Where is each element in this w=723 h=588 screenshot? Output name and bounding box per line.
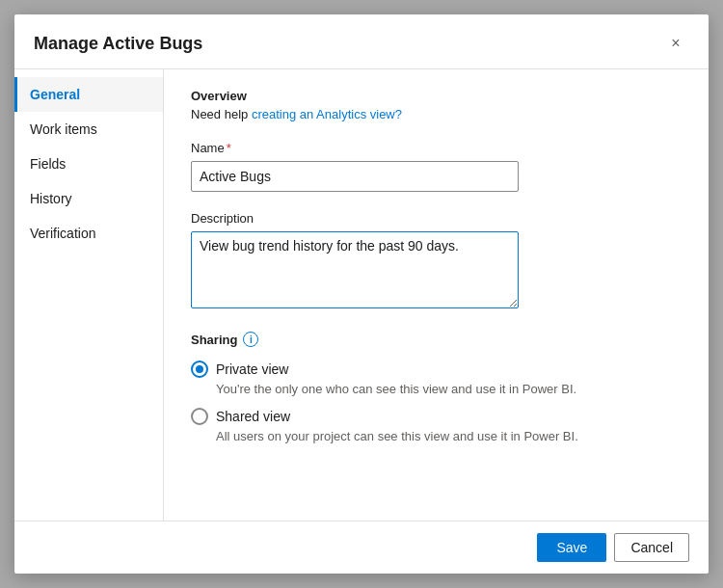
dialog-overlay: Manage Active Bugs × General Work items … bbox=[0, 0, 723, 588]
sidebar-item-fields[interactable]: Fields bbox=[14, 147, 163, 181]
cancel-button[interactable]: Cancel bbox=[614, 533, 689, 562]
sharing-section: Sharing i Private view You're the only o… bbox=[191, 332, 682, 443]
sharing-info-icon[interactable]: i bbox=[243, 332, 258, 347]
name-field-group: Name* bbox=[191, 141, 682, 192]
private-view-label: Private view bbox=[216, 361, 288, 377]
private-radio-row: Private view bbox=[191, 361, 682, 378]
save-button[interactable]: Save bbox=[537, 533, 606, 562]
description-textarea[interactable]: View bug trend history for the past 90 d… bbox=[191, 231, 519, 308]
dialog-title: Manage Active Bugs bbox=[34, 34, 202, 54]
private-radio-button[interactable] bbox=[191, 361, 208, 378]
shared-view-label: Shared view bbox=[216, 409, 290, 424]
overview-heading: Overview bbox=[191, 89, 682, 103]
sharing-header: Sharing i bbox=[191, 332, 682, 347]
name-input[interactable] bbox=[191, 161, 519, 192]
sidebar-item-general[interactable]: General bbox=[14, 77, 163, 112]
description-label: Description bbox=[191, 211, 682, 226]
sidebar-item-verification[interactable]: Verification bbox=[14, 216, 163, 251]
close-button[interactable]: × bbox=[662, 30, 689, 57]
help-link[interactable]: creating an Analytics view? bbox=[252, 107, 402, 121]
help-text: Need help creating an Analytics view? bbox=[191, 107, 682, 121]
sidebar-item-history[interactable]: History bbox=[14, 181, 163, 216]
sidebar-label-history: History bbox=[30, 191, 72, 206]
shared-view-option: Shared view All users on your project ca… bbox=[191, 408, 682, 443]
sidebar-label-fields: Fields bbox=[30, 156, 66, 172]
sidebar-label-general: General bbox=[30, 87, 80, 102]
sidebar: General Work items Fields History Verifi… bbox=[14, 69, 164, 521]
dialog-body: General Work items Fields History Verifi… bbox=[14, 69, 709, 521]
sidebar-label-verification: Verification bbox=[30, 226, 95, 241]
sidebar-item-work-items[interactable]: Work items bbox=[14, 112, 163, 147]
required-indicator: * bbox=[227, 141, 231, 155]
shared-radio-button[interactable] bbox=[191, 408, 208, 425]
sharing-label: Sharing bbox=[191, 333, 237, 347]
dialog-footer: Save Cancel bbox=[14, 521, 709, 574]
dialog-header: Manage Active Bugs × bbox=[14, 14, 709, 69]
sidebar-label-work-items: Work items bbox=[30, 121, 97, 137]
private-view-desc: You're the only one who can see this vie… bbox=[216, 382, 682, 396]
manage-dialog: Manage Active Bugs × General Work items … bbox=[14, 14, 709, 574]
name-label: Name* bbox=[191, 141, 682, 155]
overview-section: Overview Need help creating an Analytics… bbox=[191, 89, 682, 121]
private-view-option: Private view You're the only one who can… bbox=[191, 361, 682, 396]
main-content: Overview Need help creating an Analytics… bbox=[164, 69, 709, 521]
shared-radio-row: Shared view bbox=[191, 408, 682, 425]
description-field-group: Description View bug trend history for t… bbox=[191, 211, 682, 312]
shared-view-desc: All users on your project can see this v… bbox=[216, 429, 682, 443]
help-text-prefix: Need help bbox=[191, 107, 252, 121]
